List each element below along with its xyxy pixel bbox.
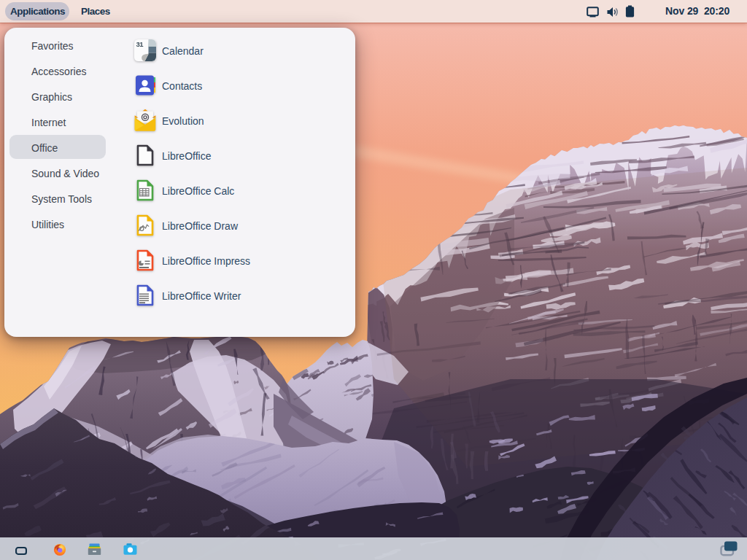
svg-text:31: 31 bbox=[136, 40, 144, 48]
